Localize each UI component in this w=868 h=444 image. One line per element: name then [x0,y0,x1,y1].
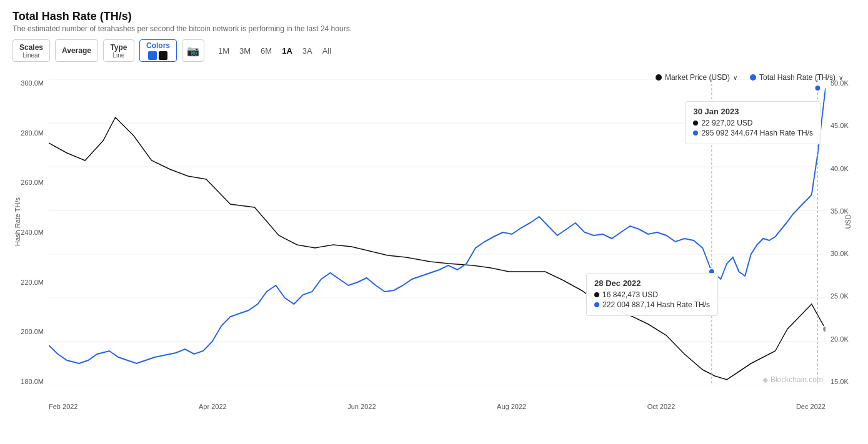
toolbar: Scales Linear Average Type Line Colors 📷… [12,39,856,62]
scales-label: Scales [19,43,43,52]
y-left-tick: 300.0M [21,79,44,87]
y-left-tick: 240.0M [21,229,44,236]
time-btn-3m[interactable]: 3M [236,44,254,58]
legend-market-price[interactable]: Market Price (USD) ∨ [656,73,737,82]
scales-button[interactable]: Scales Linear [12,39,50,62]
black-swatch [159,51,167,60]
chart-container: 300.0M280.0M260.0M240.0M220.0M200.0M180.… [12,67,856,410]
y-left-tick: 180.0M [21,378,44,385]
chart-subtitle: The estimated number of terahashes per s… [12,24,856,33]
scales-sub: Linear [22,52,40,59]
y-right-tick: 15.0K [831,378,849,385]
colors-label: Colors [146,41,170,50]
y-right-tick: 20.0K [831,335,849,343]
y-left-tick: 260.0M [21,179,44,186]
y-left-tick: 280.0M [21,129,44,137]
camera-icon: 📷 [187,45,199,57]
y-right-tick: 35.0K [831,207,849,215]
x-tick: Oct 2022 [647,403,676,410]
type-sub: Line [113,52,125,59]
y-left-tick: 220.0M [21,279,44,286]
time-btn-3a[interactable]: 3A [299,44,316,58]
time-btn-6m[interactable]: 6M [257,44,276,58]
x-tick: Feb 2022 [49,403,77,410]
chart-svg [49,79,826,385]
hashrate-axis-label: Hash Rate TH/s [14,197,21,245]
y-left-tick: 200.0M [21,328,44,335]
hash-rate-legend-label: Total Hash Rate (TH/s) [759,73,836,82]
y-right-tick: 40.0K [831,165,849,172]
y-right-tick: 25.0K [831,292,849,300]
average-label: Average [62,46,91,55]
watermark: ◆ Blockchain.com [762,375,823,384]
y-right-tick: 45.0K [831,122,849,129]
market-price-line [49,117,826,380]
chart-legend: Market Price (USD) ∨ Total Hash Rate (TH… [656,73,843,82]
hash-rate-arrow: ∨ [839,74,843,81]
tooltip1-blue-dot [815,85,821,91]
y-axis-right: 50.0K45.0K40.0K35.0K30.0K25.0K20.0K15.0K [826,79,856,385]
time-buttons: 1M 3M 6M 1A 3A All [214,44,335,58]
camera-button[interactable]: 📷 [182,39,204,62]
hash-rate-line [49,88,826,363]
colors-button[interactable]: Colors [139,39,177,62]
market-price-arrow: ∨ [733,74,737,81]
chart-header: Total Hash Rate (TH/s) The estimated num… [12,10,856,33]
watermark-diamond: ◆ [762,375,768,384]
time-btn-1m[interactable]: 1M [214,44,233,58]
color-swatches [148,51,167,60]
type-label: Type [110,43,127,52]
x-axis: Feb 2022Apr 2022Jun 2022Aug 2022Oct 2022… [49,403,826,410]
usd-axis-label: USD [844,214,852,229]
chart-title: Total Hash Rate (TH/s) [12,10,856,23]
watermark-text: Blockchain.com [771,375,823,384]
average-button[interactable]: Average [55,39,98,62]
tooltip2-blue-dot [709,269,715,275]
market-price-legend-label: Market Price (USD) [665,73,730,82]
market-price-dot [656,74,662,81]
x-tick: Apr 2022 [199,403,227,410]
page: Total Hash Rate (TH/s) The estimated num… [0,0,868,444]
x-tick: Dec 2022 [796,403,826,410]
legend-hash-rate[interactable]: Total Hash Rate (TH/s) ∨ [750,73,843,82]
blue-swatch [148,51,157,60]
y-right-tick: 30.0K [831,250,849,257]
type-button[interactable]: Type Line [103,39,134,62]
hash-rate-dot [750,74,756,81]
chart-area: Market Price (USD) ∨ Total Hash Rate (TH… [12,67,856,410]
x-tick: Aug 2022 [497,403,526,410]
time-btn-all[interactable]: All [319,44,335,58]
time-btn-1a[interactable]: 1A [278,44,296,58]
x-tick: Jun 2022 [347,403,376,410]
end-black-dot [822,326,826,332]
